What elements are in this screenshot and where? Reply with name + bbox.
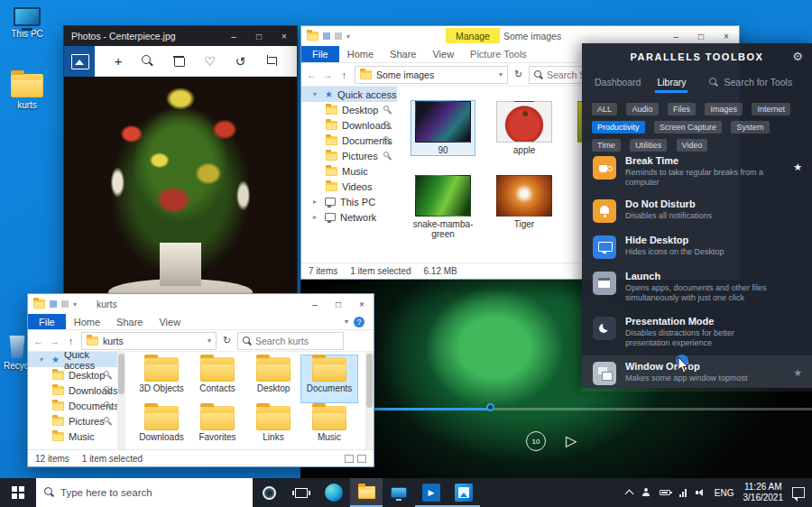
- favorite-star-icon[interactable]: ★: [793, 161, 802, 173]
- forward-icon[interactable]: →: [49, 336, 60, 346]
- tab-home[interactable]: Home: [339, 49, 382, 60]
- sidebar-scrollbar[interactable]: [117, 352, 125, 449]
- tab-view[interactable]: View: [424, 49, 462, 60]
- delete-icon[interactable]: [173, 55, 184, 67]
- sidebar-item-videos[interactable]: Videos: [301, 179, 397, 194]
- zoom-icon[interactable]: [142, 55, 153, 67]
- chevron-down-icon[interactable]: ▾: [313, 90, 320, 98]
- favorite-heart-icon[interactable]: ♡: [204, 54, 216, 69]
- tab-manage[interactable]: Manage: [446, 28, 500, 43]
- back-icon[interactable]: ←: [32, 336, 44, 346]
- qat-icon[interactable]: [323, 32, 330, 40]
- tool-break-time[interactable]: Break Time Reminds to take regular break…: [582, 150, 812, 193]
- taskbar-search[interactable]: [36, 478, 253, 507]
- address-box[interactable]: kurts ▾: [81, 332, 217, 350]
- qat-icon[interactable]: [50, 300, 57, 308]
- file-item[interactable]: snake-mamba-green: [411, 175, 475, 239]
- tool-do-not-disturb[interactable]: Do Not Disturb Disables all notification…: [582, 193, 812, 229]
- play-button[interactable]: ▷: [566, 432, 577, 449]
- sidebar-item-documents[interactable]: Documents: [301, 133, 397, 148]
- taskbar-app-parallels[interactable]: [383, 478, 415, 507]
- category-screen-capture[interactable]: Screen Capture: [654, 121, 722, 134]
- category-productivity[interactable]: Productivity: [592, 121, 645, 134]
- folder-item[interactable]: Contacts: [189, 355, 245, 402]
- desktop-icon-this-pc[interactable]: This PC: [2, 7, 52, 39]
- refresh-icon[interactable]: ↻: [512, 69, 524, 80]
- rotate-icon[interactable]: ↺: [235, 54, 246, 69]
- category-files[interactable]: Files: [668, 103, 696, 115]
- category-images[interactable]: Images: [705, 103, 743, 115]
- maximize-button[interactable]: □: [246, 26, 272, 46]
- desktop-icon-kurts[interactable]: kurts: [2, 74, 52, 110]
- file-item[interactable]: apple: [493, 101, 556, 155]
- refresh-icon[interactable]: ↻: [221, 335, 233, 346]
- back-icon[interactable]: ←: [306, 69, 318, 80]
- close-button[interactable]: ×: [350, 294, 374, 314]
- category-internet[interactable]: Internet: [752, 103, 790, 115]
- qat-icon[interactable]: [335, 32, 342, 40]
- content-scrollbar[interactable]: [365, 352, 374, 449]
- show-hidden-icons-chevron[interactable]: [624, 490, 633, 499]
- category-all[interactable]: ALL: [592, 103, 617, 115]
- sidebar-item-documents[interactable]: Documents: [28, 398, 117, 413]
- tab-view[interactable]: View: [151, 317, 189, 327]
- address-box[interactable]: Some images ▾: [355, 66, 508, 84]
- cortana-button[interactable]: [253, 478, 285, 507]
- rewind-10-button[interactable]: 10: [526, 431, 546, 451]
- category-audio[interactable]: Audio: [626, 103, 658, 115]
- folder-item[interactable]: Links: [245, 404, 301, 451]
- sidebar-item-pictures[interactable]: Pictures: [301, 148, 397, 163]
- start-button[interactable]: [0, 478, 36, 507]
- see-all-photos-button[interactable]: [64, 46, 95, 77]
- forward-icon[interactable]: →: [322, 69, 334, 80]
- sidebar-item-downloads[interactable]: Downloads: [28, 383, 117, 398]
- chevron-down-icon[interactable]: ▾: [208, 336, 211, 345]
- file-item[interactable]: 90: [411, 101, 475, 155]
- ribbon-collapse-icon[interactable]: ▾: [345, 318, 348, 326]
- tab-share[interactable]: Share: [108, 317, 151, 327]
- folder-item-selected[interactable]: Documents: [301, 355, 357, 402]
- add-icon[interactable]: +: [115, 53, 123, 69]
- details-view-icon[interactable]: [345, 455, 354, 463]
- sidebar-item-desktop[interactable]: Desktop: [28, 367, 117, 383]
- sidebar-item-music[interactable]: Music: [28, 429, 117, 444]
- people-icon[interactable]: [641, 488, 651, 497]
- gear-icon[interactable]: ⚙: [792, 50, 803, 63]
- taskbar-app-photos[interactable]: [448, 478, 480, 507]
- file-item[interactable]: Tiger: [493, 175, 556, 229]
- volume-icon[interactable]: [696, 488, 706, 497]
- taskbar-clock[interactable]: 11:26 AM 3/16/2021: [743, 482, 784, 503]
- tab-home[interactable]: Home: [66, 317, 108, 327]
- seek-bar[interactable]: [328, 408, 812, 410]
- tab-share[interactable]: Share: [382, 49, 424, 60]
- minimize-button[interactable]: –: [303, 294, 327, 314]
- tool-presentation-mode[interactable]: Presentation Mode Disables distractions …: [582, 310, 812, 355]
- taskbar-app-edge[interactable]: [318, 478, 350, 507]
- chevron-down-icon[interactable]: ▾: [73, 300, 77, 309]
- titlebar[interactable]: ▾ kurts – □ ×: [28, 294, 374, 314]
- tool-launch[interactable]: Launch Opens apps, documents and other f…: [582, 265, 812, 310]
- sidebar-item-desktop[interactable]: Desktop: [301, 102, 397, 117]
- search-tools-button[interactable]: Search for Tools: [709, 77, 792, 88]
- taskbar-app-explorer[interactable]: [350, 478, 383, 507]
- category-system[interactable]: System: [731, 121, 769, 134]
- thumbnails-view-icon[interactable]: [357, 455, 366, 463]
- tab-library[interactable]: Library: [657, 77, 686, 88]
- sidebar-item-pictures[interactable]: Pictures: [28, 413, 117, 429]
- sidebar-quick-access[interactable]: ▾ ★ Quick access: [28, 352, 117, 367]
- chevron-down-icon[interactable]: ▾: [346, 32, 350, 41]
- network-icon[interactable]: [679, 489, 687, 497]
- chevron-right-icon[interactable]: ▸: [313, 213, 320, 221]
- sidebar-item-downloads[interactable]: Downloads: [301, 117, 397, 133]
- favorite-star-icon[interactable]: ★: [793, 367, 802, 379]
- crop-icon[interactable]: [265, 55, 277, 67]
- up-icon[interactable]: ↑: [65, 336, 77, 346]
- close-button[interactable]: ×: [272, 26, 297, 46]
- sidebar-item-network[interactable]: ▸ Network: [301, 209, 397, 225]
- scrollbar-thumb[interactable]: [366, 354, 373, 408]
- up-icon[interactable]: ↑: [338, 69, 350, 80]
- sidebar-quick-access[interactable]: ▾ ★ Quick access: [301, 87, 397, 102]
- minimize-button[interactable]: –: [221, 26, 246, 46]
- chevron-right-icon[interactable]: ▸: [313, 198, 320, 206]
- help-icon[interactable]: ?: [354, 317, 364, 327]
